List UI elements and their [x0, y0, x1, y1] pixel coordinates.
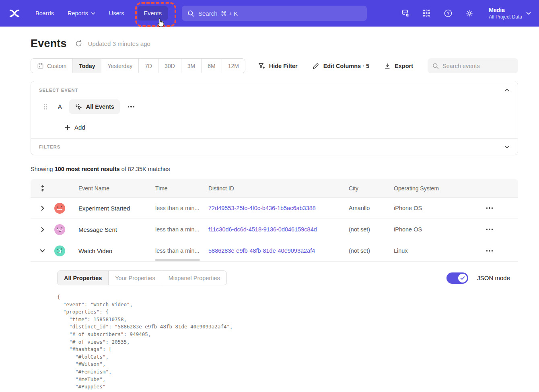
export-label: Export — [395, 63, 413, 69]
settings-gear-icon[interactable] — [465, 9, 474, 18]
date-range-12m[interactable]: 12M — [222, 59, 245, 73]
date-range-today[interactable]: Today — [73, 59, 101, 73]
event-detail-panel: All Properties Your Properties Mixpanel … — [31, 262, 518, 392]
results-prefix: Showing — [31, 166, 55, 172]
tab-label: Mixpanel Properties — [169, 275, 220, 281]
caret-down-icon — [91, 12, 95, 15]
date-range-label: 6M — [208, 63, 215, 69]
toggle-knob — [458, 274, 467, 283]
global-search-input[interactable] — [198, 10, 361, 17]
cell-event-name: Message Sent — [72, 226, 149, 233]
column-header-os: Operating System — [388, 185, 461, 192]
row-more-icon[interactable] — [486, 207, 493, 209]
nav-item-reports[interactable]: Reports — [61, 6, 102, 21]
nav-item-users[interactable]: Users — [102, 6, 131, 21]
magic-cursor-icon — [75, 103, 82, 111]
date-range-selector: Custom Today Yesterday 7D 30D 3M 6M 12M — [31, 58, 245, 73]
search-events-field[interactable] — [428, 58, 518, 73]
date-range-label: 3M — [187, 63, 195, 69]
mixpanel-events-page: Boards Reports Users Events — [0, 0, 539, 392]
row-more-icon[interactable] — [486, 229, 493, 230]
json-mode-label: JSON mode — [477, 274, 510, 281]
tab-mixpanel-properties[interactable]: Mixpanel Properties — [162, 271, 226, 285]
date-range-6m[interactable]: 6M — [202, 59, 222, 73]
query-builder-panel: SELECT EVENT A — [31, 81, 518, 155]
hide-filter-label: Hide Filter — [269, 63, 298, 69]
mixpanel-logo-icon[interactable] — [8, 7, 21, 20]
chevron-down-icon — [526, 12, 531, 15]
cell-event-name: Experiment Started — [72, 205, 149, 212]
event-selector-pill[interactable]: All Events — [69, 99, 120, 114]
table-row-expanded[interactable]: Watch Video less than a min... 5886283e-… — [31, 240, 518, 262]
date-range-custom[interactable]: Custom — [31, 59, 73, 73]
refresh-icon[interactable] — [75, 40, 83, 48]
properties-tabs: All Properties Your Properties Mixpanel … — [57, 270, 227, 285]
edit-columns-button[interactable]: Edit Columns · 5 — [312, 62, 369, 70]
event-json-viewer: { "event": "Watch Video", "properties": … — [57, 293, 510, 392]
event-clause-row: A All Events — [39, 99, 510, 114]
event-avatar — [54, 224, 65, 235]
data-management-icon[interactable] — [401, 9, 410, 18]
horizontal-scrollbar-thumb[interactable] — [155, 259, 200, 261]
calendar-icon — [37, 62, 44, 69]
chevron-up-icon[interactable] — [504, 89, 510, 92]
page-header: Events Updated 3 minutes ago — [31, 37, 518, 50]
apps-grid-icon[interactable] — [422, 9, 431, 18]
nav-item-events[interactable]: Events — [138, 6, 168, 21]
date-range-label: Yesterday — [107, 63, 132, 69]
date-range-3m[interactable]: 3M — [181, 59, 202, 73]
global-search-bar[interactable] — [182, 6, 367, 21]
results-summary: Showing 100 most recent results of 82.35… — [31, 166, 518, 172]
drag-handle-icon[interactable] — [43, 103, 47, 110]
table-toolbar: Hide Filter Edit Columns · 5 — [258, 58, 518, 73]
edit-columns-label: Edit Columns · 5 — [323, 63, 369, 69]
date-range-30d[interactable]: 30D — [158, 59, 181, 73]
hide-filter-button[interactable]: Hide Filter — [258, 62, 298, 70]
export-button[interactable]: Export — [384, 62, 413, 70]
chevron-down-icon[interactable] — [504, 145, 510, 149]
tab-all-properties[interactable]: All Properties — [58, 271, 109, 285]
add-event-button[interactable]: Add — [65, 124, 85, 131]
filters-section[interactable]: FILTERS — [31, 139, 518, 155]
nav-item-boards[interactable]: Boards — [29, 6, 61, 21]
date-range-label: Custom — [47, 63, 66, 69]
collapse-all-icon[interactable] — [39, 184, 46, 192]
project-selector[interactable]: Media All Project Data — [489, 6, 531, 20]
distinct-id-link[interactable]: f11c30d6-dc6d-4518-9136-0d046159c84d — [202, 226, 343, 233]
distinct-id-link[interactable]: 5886283e-e9fb-48fb-81de-40e9093a2af4 — [202, 248, 343, 254]
date-range-yesterday[interactable]: Yesterday — [101, 59, 139, 73]
chevron-right-icon[interactable] — [41, 227, 44, 232]
results-count: 100 most recent results — [55, 166, 120, 172]
more-icon[interactable] — [128, 106, 135, 107]
event-avatar — [54, 203, 65, 214]
results-suffix: of 82.35K matches — [120, 166, 170, 172]
search-icon — [432, 63, 439, 69]
date-range-7d[interactable]: 7D — [139, 59, 158, 73]
table-header-row: Event Name Time Distinct ID City Operati… — [31, 179, 518, 198]
search-icon — [187, 10, 194, 17]
row-more-icon[interactable] — [486, 250, 493, 252]
tab-your-properties[interactable]: Your Properties — [109, 271, 162, 285]
chevron-right-icon[interactable] — [41, 206, 44, 211]
project-scope: All Project Data — [489, 14, 522, 20]
select-event-label: SELECT EVENT — [39, 88, 78, 93]
tab-label: All Properties — [64, 275, 102, 281]
plus-icon — [65, 125, 70, 130]
search-events-input[interactable] — [442, 63, 513, 69]
chevron-down-icon[interactable] — [40, 249, 45, 252]
event-avatar — [54, 246, 65, 256]
nav-item-label: Boards — [35, 10, 54, 17]
events-table: Event Name Time Distinct ID City Operati… — [31, 179, 518, 392]
table-row[interactable]: Message Sent less than a min... f11c30d6… — [31, 219, 518, 240]
help-icon[interactable]: ? — [444, 9, 453, 18]
distinct-id-link[interactable]: 72d49553-25fc-4f0c-b436-1b5ac6ab3388 — [202, 205, 343, 211]
cell-city: (not set) — [343, 248, 388, 254]
filters-label: FILTERS — [39, 144, 60, 149]
cell-os: Linux — [388, 248, 461, 254]
top-nav: Boards Reports Users Events — [0, 0, 539, 27]
table-row[interactable]: Experiment Started less than a min... 72… — [31, 198, 518, 219]
json-mode-toggle[interactable] — [446, 272, 468, 284]
cell-city: (not set) — [343, 226, 388, 233]
cell-event-name: Watch Video — [72, 248, 149, 254]
check-icon — [460, 276, 465, 280]
